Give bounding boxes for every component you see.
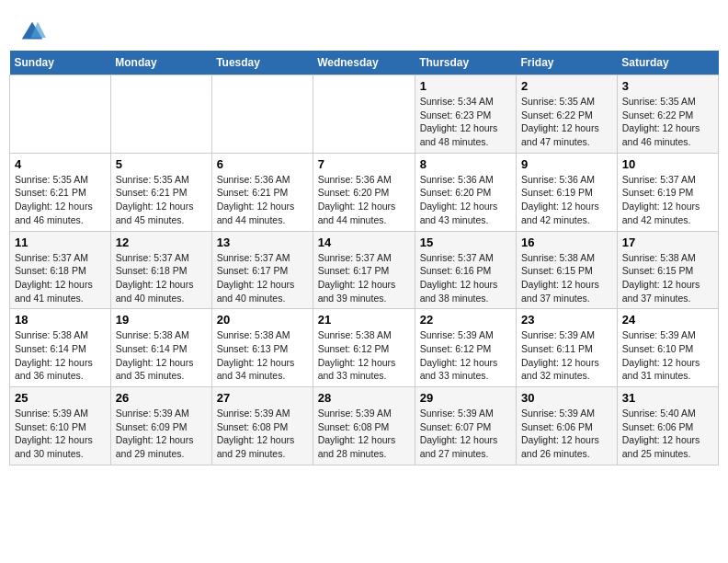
calendar-day-cell: 17Sunrise: 5:38 AM Sunset: 6:15 PM Dayli… [617,231,718,309]
calendar-day-cell: 18Sunrise: 5:38 AM Sunset: 6:14 PM Dayli… [10,309,111,387]
calendar-day-cell: 27Sunrise: 5:39 AM Sunset: 6:08 PM Dayli… [211,387,313,465]
weekday-header: Sunday [10,51,111,75]
logo [18,18,50,46]
calendar-day-cell: 31Sunrise: 5:40 AM Sunset: 6:06 PM Dayli… [617,387,718,465]
day-info: Sunrise: 5:38 AM Sunset: 6:13 PM Dayligh… [217,328,308,383]
day-number: 12 [116,236,207,249]
day-number: 1 [420,79,511,93]
calendar-day-cell: 13Sunrise: 5:37 AM Sunset: 6:17 PM Dayli… [211,231,313,309]
calendar-day-cell [313,75,415,154]
day-number: 13 [217,236,308,249]
calendar-day-cell: 3Sunrise: 5:35 AM Sunset: 6:22 PM Daylig… [617,75,718,154]
day-info: Sunrise: 5:39 AM Sunset: 6:08 PM Dayligh… [318,407,410,461]
day-number: 28 [318,391,410,405]
day-number: 11 [15,236,106,249]
day-info: Sunrise: 5:35 AM Sunset: 6:22 PM Dayligh… [521,95,612,149]
day-info: Sunrise: 5:38 AM Sunset: 6:14 PM Dayligh… [116,328,207,383]
day-info: Sunrise: 5:35 AM Sunset: 6:21 PM Dayligh… [15,173,106,227]
calendar-day-cell: 10Sunrise: 5:37 AM Sunset: 6:19 PM Dayli… [617,153,718,231]
weekday-header: Tuesday [211,51,313,75]
weekday-header: Monday [110,51,211,75]
day-info: Sunrise: 5:39 AM Sunset: 6:08 PM Dayligh… [217,407,308,461]
calendar-day-cell: 23Sunrise: 5:39 AM Sunset: 6:11 PM Dayli… [517,309,618,387]
day-number: 16 [521,236,612,249]
calendar-day-cell: 8Sunrise: 5:36 AM Sunset: 6:20 PM Daylig… [415,153,516,231]
weekday-header: Wednesday [313,51,415,75]
calendar-day-cell: 28Sunrise: 5:39 AM Sunset: 6:08 PM Dayli… [313,387,415,465]
calendar-day-cell: 6Sunrise: 5:36 AM Sunset: 6:21 PM Daylig… [211,153,313,231]
calendar-day-cell: 12Sunrise: 5:37 AM Sunset: 6:18 PM Dayli… [110,231,211,309]
day-number: 24 [622,313,713,327]
calendar-day-cell: 25Sunrise: 5:39 AM Sunset: 6:10 PM Dayli… [10,387,111,465]
day-number: 19 [116,313,207,327]
day-number: 10 [622,157,713,171]
day-number: 14 [318,236,410,249]
calendar-day-cell: 19Sunrise: 5:38 AM Sunset: 6:14 PM Dayli… [110,309,211,387]
calendar-table: SundayMondayTuesdayWednesdayThursdayFrid… [9,51,719,465]
calendar-day-cell: 9Sunrise: 5:36 AM Sunset: 6:19 PM Daylig… [517,153,618,231]
day-number: 27 [217,391,308,405]
calendar-day-cell: 11Sunrise: 5:37 AM Sunset: 6:18 PM Dayli… [10,231,111,309]
calendar-day-cell: 29Sunrise: 5:39 AM Sunset: 6:07 PM Dayli… [415,387,516,465]
weekday-header: Thursday [415,51,516,75]
day-info: Sunrise: 5:36 AM Sunset: 6:21 PM Dayligh… [217,173,308,227]
day-info: Sunrise: 5:37 AM Sunset: 6:17 PM Dayligh… [217,251,308,305]
day-info: Sunrise: 5:37 AM Sunset: 6:16 PM Dayligh… [420,251,511,305]
calendar-day-cell: 14Sunrise: 5:37 AM Sunset: 6:17 PM Dayli… [313,231,415,309]
weekday-header: Saturday [617,51,718,75]
day-info: Sunrise: 5:39 AM Sunset: 6:10 PM Dayligh… [622,328,713,383]
weekday-header: Friday [517,51,618,75]
day-number: 30 [521,391,612,405]
day-info: Sunrise: 5:40 AM Sunset: 6:06 PM Dayligh… [622,407,713,461]
calendar-day-cell: 30Sunrise: 5:39 AM Sunset: 6:06 PM Dayli… [517,387,618,465]
day-number: 25 [15,391,106,405]
calendar-day-cell: 16Sunrise: 5:38 AM Sunset: 6:15 PM Dayli… [517,231,618,309]
day-number: 31 [622,391,713,405]
day-number: 6 [217,157,308,171]
calendar-week-row: 11Sunrise: 5:37 AM Sunset: 6:18 PM Dayli… [10,231,719,309]
calendar-day-cell [211,75,313,154]
calendar-day-cell: 20Sunrise: 5:38 AM Sunset: 6:13 PM Dayli… [211,309,313,387]
calendar-week-row: 25Sunrise: 5:39 AM Sunset: 6:10 PM Dayli… [10,387,719,465]
day-number: 21 [318,313,410,327]
calendar-day-cell: 21Sunrise: 5:38 AM Sunset: 6:12 PM Dayli… [313,309,415,387]
calendar-week-row: 1Sunrise: 5:34 AM Sunset: 6:23 PM Daylig… [10,75,719,154]
calendar-day-cell: 7Sunrise: 5:36 AM Sunset: 6:20 PM Daylig… [313,153,415,231]
day-info: Sunrise: 5:38 AM Sunset: 6:12 PM Dayligh… [318,328,410,383]
page-header [9,9,719,51]
day-number: 15 [420,236,511,249]
calendar-day-cell: 2Sunrise: 5:35 AM Sunset: 6:22 PM Daylig… [517,75,618,154]
day-info: Sunrise: 5:39 AM Sunset: 6:09 PM Dayligh… [116,407,207,461]
calendar-day-cell: 1Sunrise: 5:34 AM Sunset: 6:23 PM Daylig… [415,75,516,154]
logo-icon [18,18,46,46]
day-number: 29 [420,391,511,405]
day-number: 2 [521,79,612,93]
day-info: Sunrise: 5:36 AM Sunset: 6:20 PM Dayligh… [318,173,410,227]
day-number: 22 [420,313,511,327]
day-info: Sunrise: 5:37 AM Sunset: 6:18 PM Dayligh… [116,251,207,305]
day-number: 23 [521,313,612,327]
day-info: Sunrise: 5:39 AM Sunset: 6:07 PM Dayligh… [420,407,511,461]
day-info: Sunrise: 5:39 AM Sunset: 6:10 PM Dayligh… [15,407,106,461]
day-number: 7 [318,157,410,171]
day-number: 26 [116,391,207,405]
day-number: 17 [622,236,713,249]
calendar-week-row: 18Sunrise: 5:38 AM Sunset: 6:14 PM Dayli… [10,309,719,387]
calendar-week-row: 4Sunrise: 5:35 AM Sunset: 6:21 PM Daylig… [10,153,719,231]
day-info: Sunrise: 5:35 AM Sunset: 6:21 PM Dayligh… [116,173,207,227]
day-info: Sunrise: 5:37 AM Sunset: 6:19 PM Dayligh… [622,173,713,227]
day-info: Sunrise: 5:39 AM Sunset: 6:11 PM Dayligh… [521,328,612,383]
day-info: Sunrise: 5:38 AM Sunset: 6:14 PM Dayligh… [15,328,106,383]
calendar-day-cell: 4Sunrise: 5:35 AM Sunset: 6:21 PM Daylig… [10,153,111,231]
calendar-day-cell [10,75,111,154]
day-info: Sunrise: 5:35 AM Sunset: 6:22 PM Dayligh… [622,95,713,149]
calendar-day-cell: 5Sunrise: 5:35 AM Sunset: 6:21 PM Daylig… [110,153,211,231]
day-info: Sunrise: 5:38 AM Sunset: 6:15 PM Dayligh… [622,251,713,305]
day-info: Sunrise: 5:36 AM Sunset: 6:20 PM Dayligh… [420,173,511,227]
day-number: 4 [15,157,106,171]
day-info: Sunrise: 5:39 AM Sunset: 6:12 PM Dayligh… [420,328,511,383]
day-number: 18 [15,313,106,327]
calendar-day-cell: 22Sunrise: 5:39 AM Sunset: 6:12 PM Dayli… [415,309,516,387]
day-number: 3 [622,79,713,93]
day-number: 5 [116,157,207,171]
